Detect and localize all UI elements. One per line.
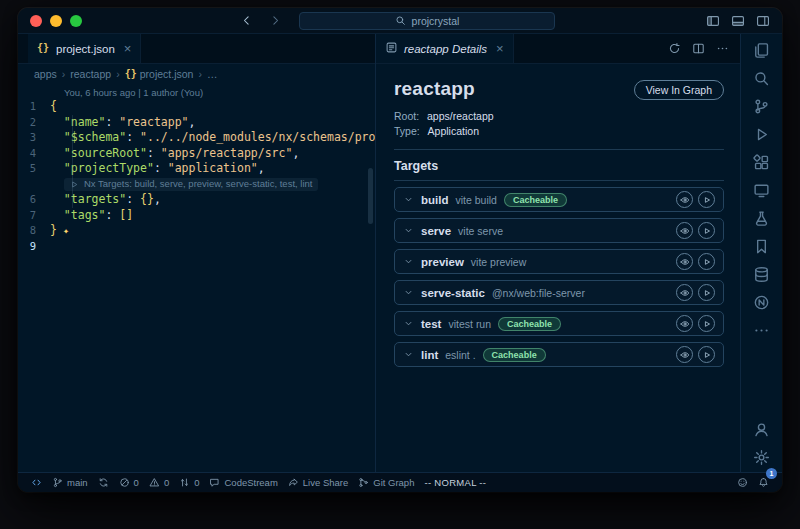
tab-reactapp-details[interactable]: reactapp Details × [376, 34, 514, 63]
run-target-button[interactable] [698, 284, 715, 301]
status-bell[interactable]: 1 [753, 473, 774, 492]
target-row-build[interactable]: buildvite buildCacheable [394, 187, 724, 212]
divider [394, 149, 724, 150]
source-control-icon[interactable] [753, 98, 770, 115]
target-row-serve[interactable]: servevite serve [394, 218, 724, 243]
view-target-button[interactable] [676, 284, 693, 301]
close-icon[interactable]: × [496, 42, 504, 55]
search-icon [395, 15, 406, 26]
view-in-graph-button[interactable]: View In Graph [634, 80, 724, 100]
error-icon [119, 477, 130, 488]
tab-project-json[interactable]: {} project.json × [28, 34, 141, 63]
type-value: Application [428, 125, 479, 137]
breadcrumb-item[interactable]: {}project.json [125, 68, 194, 80]
bookmark-icon[interactable] [753, 238, 770, 255]
status-git-branch[interactable]: main [47, 473, 93, 492]
target-actions [676, 222, 715, 239]
targets-list: buildvite buildCacheableservevite servep… [394, 187, 724, 367]
remote-icon [31, 477, 42, 488]
view-target-button[interactable] [676, 191, 693, 208]
play-icon [702, 226, 712, 236]
target-row-test[interactable]: testvitest runCacheable [394, 311, 724, 336]
test-flask-icon[interactable] [753, 210, 770, 227]
nx-console-icon[interactable] [753, 294, 770, 311]
close-icon[interactable]: × [124, 42, 132, 55]
status-warning[interactable]: 0 [144, 473, 174, 492]
status-label: 0 [194, 477, 199, 488]
view-target-button[interactable] [676, 253, 693, 270]
remote-explorer-icon[interactable] [753, 182, 770, 199]
breadcrumb-item[interactable]: apps [34, 68, 57, 80]
status-git-graph[interactable]: Git Graph [353, 473, 419, 492]
workspace-search-text: projcrystal [412, 15, 460, 27]
status--normal-[interactable]: -- NORMAL -- [419, 473, 491, 492]
window-close-button[interactable] [30, 15, 42, 27]
nx-targets-codelens[interactable]: Nx Targets: build, serve, preview, serve… [64, 178, 318, 191]
target-row-lint[interactable]: linteslint .Cacheable [394, 342, 724, 367]
target-row-preview[interactable]: previewvite preview [394, 249, 724, 274]
indent-guide [72, 115, 73, 208]
search-icon[interactable] [753, 70, 770, 87]
view-target-button[interactable] [676, 346, 693, 363]
run-target-button[interactable] [698, 222, 715, 239]
breadcrumb-item[interactable]: … [207, 68, 218, 80]
more-icon[interactable] [753, 322, 770, 339]
tab-bar-left: {} project.json × [18, 34, 375, 64]
layout-panel-icon[interactable] [731, 14, 745, 28]
breadcrumb-label: apps [34, 68, 57, 80]
refresh-button[interactable] [668, 42, 681, 55]
view-target-button[interactable] [676, 222, 693, 239]
window-minimize-button[interactable] [50, 15, 62, 27]
chevron-down-icon [403, 225, 414, 236]
target-row-serve-static[interactable]: serve-static@nx/web:file-server [394, 280, 724, 305]
status-bar: main000CodeStreamLive ShareGit Graph-- N… [18, 472, 782, 492]
line-number: 3 [18, 130, 50, 146]
project-details-panel: reactapp View In Graph Root: apps/reacta… [376, 64, 740, 472]
run-target-button[interactable] [698, 346, 715, 363]
status-label: Git Graph [373, 477, 414, 488]
git-codelens[interactable]: You, 6 hours ago | 1 author (You) [18, 86, 375, 99]
files-icon[interactable] [753, 42, 770, 59]
account-icon[interactable] [753, 421, 770, 438]
line-number: 9 [18, 239, 50, 255]
status-live-share[interactable]: Live Share [283, 473, 353, 492]
run-target-button[interactable] [698, 253, 715, 270]
project-meta: Root: apps/reactapp Type: Application [394, 109, 724, 139]
vscode-window: projcrystal {} project.json × apps›react… [18, 8, 782, 492]
status-compare[interactable]: 0 [174, 473, 204, 492]
editor-scrollbar[interactable] [368, 168, 373, 224]
target-command: @nx/web:file-server [492, 287, 585, 299]
status-remote[interactable] [26, 473, 47, 492]
back-button[interactable] [240, 14, 253, 27]
status-codestream[interactable]: CodeStream [204, 473, 282, 492]
split-editor-button[interactable] [692, 42, 705, 55]
breadcrumb-item[interactable]: reactapp [70, 68, 111, 80]
cacheable-badge: Cacheable [498, 317, 561, 331]
run-target-button[interactable] [698, 315, 715, 332]
status-error[interactable]: 0 [114, 473, 144, 492]
settings-gear-icon[interactable] [753, 449, 770, 466]
database-icon[interactable] [753, 266, 770, 283]
code-editor[interactable]: You, 6 hours ago | 1 author (You) 1{2 "n… [18, 84, 375, 472]
window-controls [18, 15, 82, 27]
code-text: }✦ [50, 223, 375, 239]
extensions-icon[interactable] [753, 154, 770, 171]
target-actions [676, 315, 715, 332]
view-target-button[interactable] [676, 315, 693, 332]
window-zoom-button[interactable] [70, 15, 82, 27]
more-button[interactable] [716, 42, 729, 55]
target-name: lint [421, 349, 438, 361]
status-smiley[interactable] [732, 473, 753, 492]
forward-button[interactable] [269, 14, 282, 27]
ai-sparkle-icon[interactable]: ✦ [63, 225, 69, 236]
run-debug-icon[interactable] [753, 126, 770, 143]
layout-left-icon[interactable] [706, 14, 720, 28]
breadcrumb-label: project.json [140, 68, 194, 80]
status-label: main [67, 477, 88, 488]
layout-right-icon[interactable] [756, 14, 770, 28]
run-target-button[interactable] [698, 191, 715, 208]
tab-label: reactapp Details [404, 43, 487, 55]
command-center-search[interactable]: projcrystal [299, 12, 555, 30]
status-sync[interactable] [93, 473, 114, 492]
tab-label: project.json [56, 43, 115, 55]
